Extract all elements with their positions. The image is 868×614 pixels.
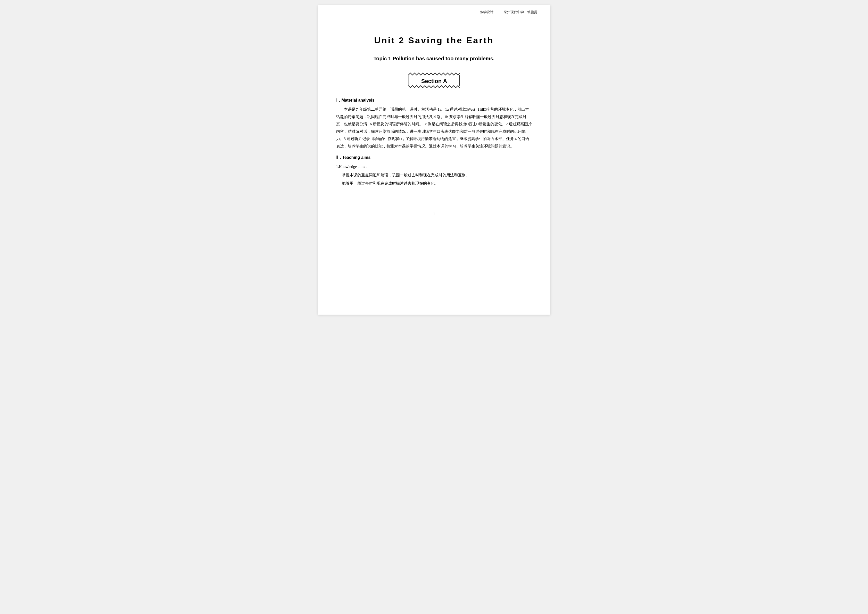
material-analysis-section: Ⅰ．Material analysis 本课是九年级第二单元第一话题的第一课时。…	[336, 98, 532, 150]
svg-text:Section A: Section A	[421, 78, 447, 84]
material-analysis-heading: Ⅰ．Material analysis	[336, 98, 532, 103]
main-title: Unit 2 Saving the Earth	[336, 35, 532, 45]
page-number: 1	[318, 207, 550, 224]
material-analysis-paragraph: 本课是九年级第二单元第一话题的第一课时。主活动是 1a。1a 通过对比□West…	[336, 106, 532, 150]
doc-type-label: 教学设计	[480, 10, 493, 14]
heading-dot-2: ．	[338, 155, 343, 160]
heading-text-2: Teaching aims	[343, 155, 371, 160]
heading-dot-1: ．	[338, 98, 342, 102]
section-a-svg: Section A	[408, 72, 460, 89]
topic-title: Topic 1 Pollution has caused too many pr…	[336, 56, 532, 62]
section-a-decoration: Section A	[408, 72, 460, 89]
knowledge-aim-2: 能够用一般过去时和现在完成时描述过去和现在的变化。	[336, 180, 532, 187]
page-header: 教学设计 泉州现代中学 赖雯雯	[318, 5, 550, 17]
header-info: 教学设计 泉州现代中学 赖雯雯	[480, 10, 537, 14]
page-content: Unit 2 Saving the Earth Topic 1 Pollutio…	[318, 17, 550, 207]
heading-text-1: Material analysis	[342, 98, 375, 102]
knowledge-aim-1: 掌握本课的重点词汇和短语，巩固一般过去时和现在完成时的用法和区别。	[336, 172, 532, 179]
school-name: 泉州现代中学 赖雯雯	[504, 10, 537, 14]
section-a-container: Section A	[336, 72, 532, 89]
knowledge-aims-heading: 1.Knowledge aims：	[336, 163, 532, 171]
document-page: 教学设计 泉州现代中学 赖雯雯 Unit 2 Saving the Earth …	[318, 5, 550, 315]
teaching-aims-section: Ⅱ．Teaching aims 1.Knowledge aims： 掌握本课的重…	[336, 155, 532, 187]
teaching-aims-heading: Ⅱ．Teaching aims	[336, 155, 532, 160]
roman-numeral-2: Ⅱ	[336, 155, 338, 160]
